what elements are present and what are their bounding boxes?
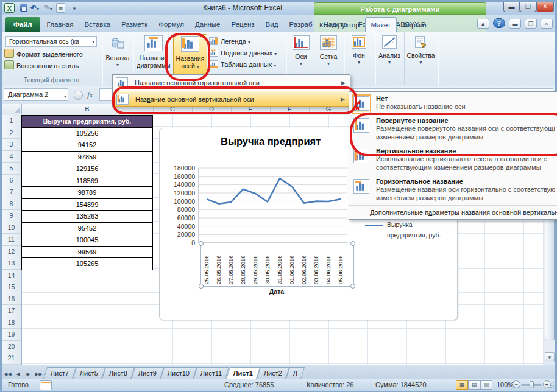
row-header-9[interactable]: 9 [2, 210, 21, 222]
cell-B13[interactable]: 105265 [21, 257, 153, 270]
revenue-series-line[interactable] [207, 178, 341, 204]
row-header-10[interactable]: 10 [2, 222, 21, 234]
cell-B2[interactable]: 105256 [21, 127, 153, 140]
row-header-2[interactable]: 2 [2, 127, 21, 139]
row-header-4[interactable]: 4 [2, 151, 21, 163]
row-header-1[interactable]: 1 [2, 115, 21, 127]
row-header-6[interactable]: 6 [2, 175, 21, 187]
submenu-item-vertical-title[interactable]: Вертикальное названиеИспользование верти… [349, 144, 557, 175]
page-break-view-icon[interactable]: ▥ [480, 380, 492, 390]
insert-shapes-button[interactable]: Вставка▾ [105, 34, 130, 69]
excel-app-icon[interactable]: X [4, 3, 15, 13]
sheet-tab-Лист7[interactable]: Лист7 [43, 367, 77, 379]
close-button[interactable]: × [536, 2, 554, 12]
undo-button[interactable]: ↶▾ [29, 3, 40, 13]
cell-B10[interactable]: 95452 [21, 222, 153, 235]
chart-legend[interactable]: Выручкапредприятия, руб. [365, 220, 450, 240]
menu-item-axis-title-horizontal[interactable]: Название основной горизонтальной оси▶ [113, 75, 350, 91]
sheet-tab-Лист8[interactable]: Лист8 [102, 367, 135, 379]
help-icon[interactable]: ? [493, 18, 505, 28]
cell-B11[interactable]: 100045 [21, 234, 153, 247]
tab-Данные[interactable]: Данные [190, 17, 226, 32]
sheet-tab-Лист2[interactable]: Лист2 [257, 367, 290, 379]
tab-Формул[interactable]: Формул [153, 17, 190, 32]
maximize-button[interactable]: ❒ [520, 2, 536, 12]
data-table-button[interactable]: Таблица данных ▾ [209, 59, 276, 71]
workbook-minimize-icon[interactable]: ▬ [509, 19, 521, 29]
sheet-tab-Лист1[interactable]: Лист1 [225, 367, 260, 379]
save-button[interactable] [18, 3, 29, 13]
normal-view-icon[interactable]: ▦ [456, 380, 468, 390]
row-header-18[interactable]: 18 [2, 317, 21, 329]
tab-file[interactable]: Файл [5, 17, 40, 32]
minimize-button[interactable]: ▬ [503, 2, 520, 12]
analysis-button[interactable]: Анализ▾ [377, 34, 402, 66]
selection-handle[interactable] [199, 241, 204, 246]
cell-B7[interactable]: 98789 [21, 186, 153, 199]
collapse-ribbon-icon[interactable]: ▲ [477, 19, 489, 29]
submenu-item-none[interactable]: НетНе показывать название оси [349, 92, 557, 114]
cell-B9[interactable]: 135263 [21, 210, 153, 223]
row-header-19[interactable]: 19 [2, 329, 21, 341]
select-all-corner[interactable] [2, 104, 22, 114]
tab-Конструктор[interactable]: Конструктор [314, 18, 365, 32]
sheet-tab-Лист5[interactable]: Лист5 [73, 367, 106, 379]
zoom-out-icon[interactable]: − [513, 380, 520, 388]
sheet-tab-Лист11[interactable]: Лист11 [193, 367, 230, 379]
row-header-3[interactable]: 3 [2, 139, 21, 151]
name-box[interactable]: Диаграмма 2▾ [4, 88, 68, 101]
row-header-12[interactable]: 12 [2, 246, 21, 258]
submenu-item-rotated-title[interactable]: Повернутое названиеРазмещение повернутог… [349, 114, 557, 144]
tab-Разметк[interactable]: Разметк [116, 17, 153, 32]
chart-title-button[interactable]: Названиедиаграммы [136, 34, 171, 69]
selection-handle[interactable] [350, 284, 355, 289]
tab-Главная[interactable]: Главная [41, 17, 79, 32]
sheet-tab-Лист10[interactable]: Лист10 [160, 367, 197, 379]
selection-handle[interactable] [199, 284, 204, 289]
cell-B12[interactable]: 99569 [21, 246, 153, 259]
cell-B6[interactable]: 118569 [21, 175, 153, 187]
cell-B1[interactable]: Выручка предприятия, руб. [21, 115, 153, 128]
row-header-14[interactable]: 14 [2, 270, 21, 282]
sheet-tab-Л[interactable]: Л [286, 367, 305, 379]
tab-Вставка[interactable]: Вставка [79, 17, 116, 32]
cell-B3[interactable]: 94152 [21, 139, 153, 152]
row-header-13[interactable]: 13 [2, 257, 21, 270]
row-header-7[interactable]: 7 [2, 186, 21, 198]
sheet-tab-Лист9[interactable]: Лист9 [131, 367, 165, 379]
page-layout-view-icon[interactable]: ▤ [468, 380, 480, 390]
tab-Макет[interactable]: Макет [365, 17, 397, 32]
submenu-item-horizontal-title[interactable]: Горизонтальное названиеРазмещение назван… [349, 175, 557, 205]
axes-button[interactable]: Оси▾ [288, 34, 314, 68]
reset-style-button[interactable]: Восстановить стиль [4, 60, 79, 71]
tab-Формат[interactable]: Формат [397, 18, 433, 32]
cell-B4[interactable]: 97859 [21, 151, 153, 164]
tab-Разраб[interactable]: Разраб [283, 17, 318, 32]
row-header-16[interactable]: 16 [2, 293, 21, 306]
macro-record-icon[interactable] [40, 380, 52, 390]
gridlines-button[interactable]: Сетка▾ [316, 34, 341, 68]
resize-grip[interactable] [547, 381, 555, 389]
tab-Реценз[interactable]: Реценз [226, 17, 260, 32]
workbook-restore-icon[interactable]: ❒ [525, 19, 537, 29]
zoom-slider-handle[interactable] [530, 381, 534, 388]
customize-qat-button[interactable]: ▾ [69, 3, 80, 13]
chart-title[interactable]: Выручка предприят [221, 136, 321, 147]
tab-Вид[interactable]: Вид [260, 17, 284, 32]
row-header-20[interactable]: 20 [2, 341, 21, 353]
row-header-8[interactable]: 8 [2, 198, 21, 211]
data-labels-button[interactable]: Подписи данных ▾ [209, 47, 277, 59]
cell-B8[interactable]: 154899 [21, 198, 153, 211]
row-header-5[interactable]: 5 [2, 163, 21, 175]
selection-handle[interactable] [350, 241, 355, 246]
redo-button[interactable]: ↷▾ [43, 3, 54, 13]
submenu-more-options[interactable]: Дополнительные параметры названия основн… [349, 205, 557, 219]
chart-element-selector[interactable]: Горизонтальная ось (ка▾ [5, 36, 97, 47]
format-selection-button[interactable]: Формат выделенного [4, 49, 83, 60]
row-header-11[interactable]: 11 [2, 234, 21, 246]
scroll-down-icon[interactable]: ▼ [545, 352, 555, 362]
cell-B5[interactable]: 129156 [21, 163, 153, 175]
chart-x-axis-title[interactable]: Дата [258, 288, 295, 295]
row-header-15[interactable]: 15 [2, 281, 21, 293]
row-header-17[interactable]: 17 [2, 305, 21, 317]
